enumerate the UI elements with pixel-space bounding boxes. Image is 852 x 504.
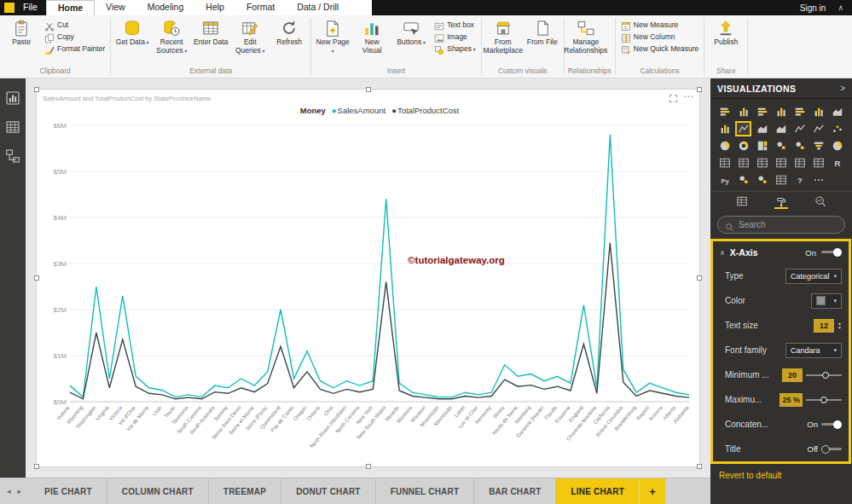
x-axis-section-header[interactable]: ∧ X-Axis On — [713, 241, 849, 264]
get-data-button[interactable]: Get Data ▾ — [114, 18, 150, 47]
menu-tab-format[interactable]: Format — [235, 0, 286, 15]
visual-icon-waterfall[interactable] — [716, 121, 733, 136]
new-visual-button[interactable]: New Visual — [354, 18, 390, 55]
visual-icon-area[interactable] — [754, 121, 770, 136]
new-column-button[interactable]: New Column — [619, 32, 701, 42]
page-tab-donut-chart[interactable]: DONUT CHART — [281, 478, 376, 504]
sign-in-button[interactable]: Sign in — [800, 3, 826, 13]
new-measure-button[interactable]: New Measure — [619, 20, 701, 30]
visual-icon-donut[interactable] — [735, 138, 751, 154]
maximum-size-slider[interactable] — [806, 396, 842, 404]
visual-icon-gauge[interactable] — [829, 138, 845, 154]
paste-button[interactable]: Paste — [3, 18, 39, 47]
focus-mode-icon[interactable] — [669, 91, 678, 101]
pane-tab-fields[interactable] — [735, 195, 749, 209]
x-axis-toggle[interactable] — [821, 248, 842, 257]
visual-icon-100-stacked-column[interactable] — [810, 104, 826, 119]
collapse-ribbon-icon[interactable]: ∧ — [838, 3, 843, 12]
maximum-size-input[interactable]: 25 % — [780, 393, 803, 407]
visual-icon-card[interactable] — [716, 155, 733, 171]
resize-handle[interactable] — [34, 464, 39, 469]
page-tab-column-chart[interactable]: COLUMN CHART — [107, 478, 209, 504]
cut-button[interactable]: Cut — [43, 20, 107, 30]
search-input[interactable]: Search — [717, 216, 845, 234]
visual-icon-map[interactable] — [773, 138, 789, 154]
report-canvas[interactable]: $0M$1M$2M$3M$4M$5M$6MYvelineWyomingWashi… — [26, 78, 710, 478]
title-toggle[interactable] — [821, 445, 842, 454]
resize-handle[interactable] — [366, 464, 371, 469]
visual-icon-python[interactable]: Py — [716, 172, 733, 188]
minimum-width-input[interactable]: 20 — [782, 368, 803, 382]
from-file-button[interactable]: From File — [525, 18, 560, 47]
visual-icon-line[interactable] — [735, 121, 751, 136]
visual-icon-line-stacked-column[interactable] — [791, 121, 808, 136]
visual-icon-multi-row-card[interactable] — [735, 155, 751, 171]
visual-icon-paginated[interactable] — [773, 172, 789, 188]
visual-icon-arcgis-map[interactable] — [754, 172, 770, 188]
format-painter-button[interactable]: Format Painter — [43, 43, 107, 54]
pane-tab-analytics[interactable] — [814, 195, 827, 209]
page-tab-pie-chart[interactable]: PIE CHART — [30, 478, 107, 504]
panel-expand-icon[interactable]: > — [840, 84, 845, 93]
page-nav-forward-icon[interactable]: ▸ — [18, 487, 22, 495]
resize-handle[interactable] — [34, 275, 39, 281]
visual-icon-r-script[interactable]: R — [829, 155, 845, 171]
report-view-icon[interactable] — [5, 90, 20, 106]
new-quick-measure-button[interactable]: New Quick Measure — [619, 43, 701, 54]
concatenate-toggle[interactable] — [821, 420, 842, 429]
page-tab-funnel-chart[interactable]: FUNNEL CHART — [376, 478, 475, 504]
visual-icon-qa[interactable]: ? — [791, 172, 808, 188]
line-chart-visual[interactable]: $0M$1M$2M$3M$4M$5M$6MYvelineWyomingWashi… — [36, 89, 700, 467]
menu-tab-view[interactable]: View — [95, 0, 136, 15]
publish-button[interactable]: Publish — [708, 18, 744, 47]
visual-icon-treemap[interactable] — [754, 138, 770, 154]
menu-tab-data-drill[interactable]: Data / Drill — [286, 0, 350, 15]
file-menu-tab[interactable]: File — [18, 0, 46, 15]
visual-icon-more-options[interactable] — [810, 172, 826, 188]
visual-icon-stacked-bar[interactable] — [716, 104, 733, 119]
from-marketplace-button[interactable]: From Marketplace — [485, 18, 521, 55]
new-page-button[interactable]: New Page ▾ — [315, 18, 351, 55]
menu-tab-modeling[interactable]: Modeling — [136, 0, 195, 15]
visual-icon-matrix[interactable] — [810, 155, 826, 171]
font-family-dropdown[interactable]: Candara ▾ — [785, 343, 842, 358]
minimum-width-slider[interactable] — [806, 371, 842, 379]
resize-handle[interactable] — [697, 87, 702, 92]
copy-button[interactable]: Copy — [43, 32, 107, 42]
menu-tab-home[interactable]: Home — [46, 0, 95, 15]
pane-tab-format[interactable] — [774, 195, 788, 209]
revert-to-default-link[interactable]: Revert to default — [719, 471, 852, 480]
visual-icon-filled-map[interactable] — [791, 138, 808, 154]
visual-icon-pie[interactable] — [716, 138, 733, 154]
image-button[interactable]: Image — [432, 32, 478, 42]
color-picker[interactable]: ▾ — [811, 293, 842, 309]
menu-tab-help[interactable]: Help — [194, 0, 235, 15]
visual-icon-ribbon-chart[interactable] — [829, 104, 845, 119]
refresh-button[interactable]: Refresh — [271, 18, 307, 47]
visual-icon-funnel[interactable] — [810, 138, 826, 154]
text-size-stepper[interactable]: ▲▼ — [838, 322, 842, 330]
type-dropdown[interactable]: Categorical ▾ — [785, 269, 842, 284]
visual-icon-100-stacked-bar[interactable] — [791, 104, 808, 119]
resize-handle[interactable] — [697, 464, 702, 469]
visual-icon-slicer[interactable] — [773, 155, 789, 171]
text-size-input[interactable]: 12 — [814, 319, 834, 333]
visual-icon-stacked-area[interactable] — [773, 121, 789, 136]
page-tab-line-chart[interactable]: LINE CHART — [556, 478, 639, 504]
text-box-button[interactable]: Text box — [432, 20, 478, 30]
page-tab-treemap[interactable]: TREEMAP — [209, 478, 281, 504]
more-options-icon[interactable]: ⋯ — [683, 93, 694, 100]
enter-data-button[interactable]: Enter Data — [193, 18, 229, 47]
page-nav-back-icon[interactable]: ◂ — [7, 487, 11, 495]
shapes-button[interactable]: Shapes ▾ — [432, 43, 478, 54]
page-tab-bar-chart[interactable]: BAR CHART — [474, 478, 556, 504]
resize-handle[interactable] — [34, 87, 39, 92]
recent-sources-button[interactable]: Recent Sources ▾ — [154, 18, 189, 55]
manage-relationships-button[interactable]: Manage Relationships — [568, 18, 604, 55]
visual-icon-kpi[interactable] — [754, 155, 770, 171]
visual-icon-shape-map[interactable] — [735, 172, 751, 188]
add-page-button[interactable]: + — [640, 478, 665, 504]
resize-handle[interactable] — [366, 87, 371, 92]
visual-icon-clustered-bar[interactable] — [754, 104, 770, 119]
visual-icon-stacked-column[interactable] — [735, 104, 751, 119]
